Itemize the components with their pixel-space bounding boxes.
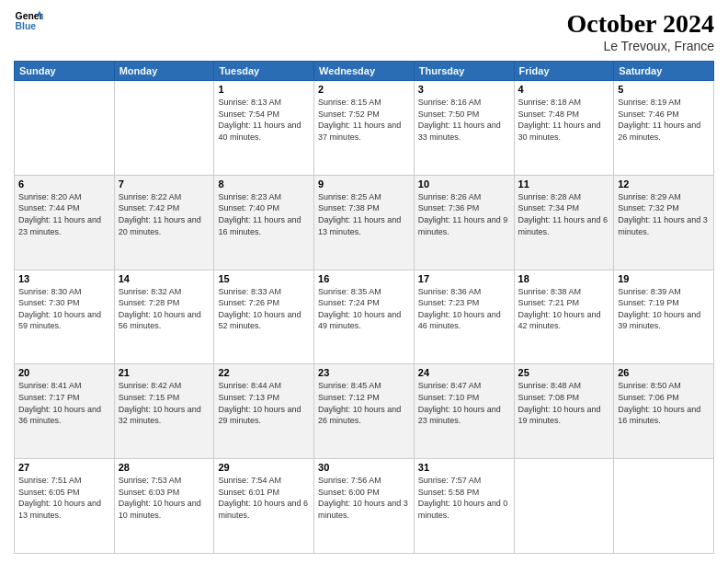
- day-number: 7: [119, 178, 210, 190]
- day-info: Sunrise: 8:13 AMSunset: 7:54 PMDaylight:…: [218, 98, 301, 142]
- day-info: Sunrise: 8:35 AMSunset: 7:24 PMDaylight:…: [318, 287, 401, 331]
- day-info: Sunrise: 8:48 AMSunset: 7:08 PMDaylight:…: [518, 381, 601, 425]
- day-info: Sunrise: 8:18 AMSunset: 7:48 PMDaylight:…: [518, 98, 601, 142]
- svg-marker-3: [40, 15, 43, 19]
- table-cell: 29 Sunrise: 7:54 AMSunset: 6:01 PMDaylig…: [214, 459, 314, 554]
- table-cell: 24 Sunrise: 8:47 AMSunset: 7:10 PMDaylig…: [414, 364, 514, 459]
- day-info: Sunrise: 8:20 AMSunset: 7:44 PMDaylight:…: [18, 192, 101, 236]
- col-monday: Monday: [114, 62, 214, 81]
- day-number: 18: [518, 273, 610, 284]
- day-number: 23: [318, 367, 410, 378]
- day-info: Sunrise: 8:44 AMSunset: 7:13 PMDaylight:…: [218, 381, 301, 425]
- day-info: Sunrise: 8:42 AMSunset: 7:15 PMDaylight:…: [119, 381, 201, 425]
- day-info: Sunrise: 8:33 AMSunset: 7:26 PMDaylight:…: [218, 287, 301, 331]
- day-number: 3: [418, 84, 510, 95]
- day-number: 29: [218, 462, 310, 473]
- day-number: 20: [18, 367, 110, 378]
- day-number: 6: [18, 178, 110, 190]
- day-number: 24: [418, 367, 510, 378]
- day-info: Sunrise: 8:32 AMSunset: 7:28 PMDaylight:…: [119, 287, 201, 331]
- day-info: Sunrise: 8:45 AMSunset: 7:12 PMDaylight:…: [318, 381, 401, 425]
- day-number: 16: [318, 273, 410, 284]
- day-number: 30: [318, 462, 410, 473]
- logo: General Blue: [14, 9, 43, 35]
- day-number: 10: [418, 178, 510, 190]
- week-row-5: 27 Sunrise: 7:51 AMSunset: 6:05 PMDaylig…: [15, 459, 714, 554]
- table-cell: 9 Sunrise: 8:25 AMSunset: 7:38 PMDayligh…: [314, 175, 415, 270]
- table-cell: 8 Sunrise: 8:23 AMSunset: 7:40 PMDayligh…: [214, 175, 314, 270]
- table-cell: 25 Sunrise: 8:48 AMSunset: 7:08 PMDaylig…: [514, 364, 614, 459]
- day-info: Sunrise: 8:36 AMSunset: 7:23 PMDaylight:…: [418, 287, 501, 331]
- table-cell: 22 Sunrise: 8:44 AMSunset: 7:13 PMDaylig…: [214, 364, 314, 459]
- week-row-3: 13 Sunrise: 8:30 AMSunset: 7:30 PMDaylig…: [15, 270, 714, 364]
- table-cell: 30 Sunrise: 7:56 AMSunset: 6:00 PMDaylig…: [314, 459, 415, 554]
- day-number: 2: [318, 84, 410, 95]
- day-number: 19: [618, 273, 710, 284]
- table-cell: 15 Sunrise: 8:33 AMSunset: 7:26 PMDaylig…: [214, 270, 314, 364]
- day-number: 12: [618, 178, 710, 190]
- calendar-table: Sunday Monday Tuesday Wednesday Thursday…: [14, 61, 714, 554]
- table-cell: 13 Sunrise: 8:30 AMSunset: 7:30 PMDaylig…: [15, 270, 115, 364]
- table-cell: 28 Sunrise: 7:53 AMSunset: 6:03 PMDaylig…: [114, 459, 214, 554]
- table-cell: [114, 81, 214, 176]
- table-cell: [514, 459, 614, 554]
- table-cell: 4 Sunrise: 8:18 AMSunset: 7:48 PMDayligh…: [514, 81, 614, 176]
- day-info: Sunrise: 8:25 AMSunset: 7:38 PMDaylight:…: [318, 192, 401, 236]
- table-cell: 27 Sunrise: 7:51 AMSunset: 6:05 PMDaylig…: [15, 459, 115, 554]
- day-info: Sunrise: 8:16 AMSunset: 7:50 PMDaylight:…: [418, 98, 501, 142]
- col-friday: Friday: [514, 62, 614, 81]
- table-cell: 20 Sunrise: 8:41 AMSunset: 7:17 PMDaylig…: [15, 364, 115, 459]
- table-cell: 23 Sunrise: 8:45 AMSunset: 7:12 PMDaylig…: [314, 364, 415, 459]
- day-number: 21: [119, 367, 210, 378]
- title-block: October 2024 Le Trevoux, France: [567, 9, 714, 53]
- table-cell: 6 Sunrise: 8:20 AMSunset: 7:44 PMDayligh…: [15, 175, 115, 270]
- day-info: Sunrise: 8:23 AMSunset: 7:40 PMDaylight:…: [218, 192, 301, 236]
- day-info: Sunrise: 8:47 AMSunset: 7:10 PMDaylight:…: [418, 381, 501, 425]
- table-cell: 16 Sunrise: 8:35 AMSunset: 7:24 PMDaylig…: [314, 270, 415, 364]
- day-number: 5: [618, 84, 710, 95]
- table-cell: 12 Sunrise: 8:29 AMSunset: 7:32 PMDaylig…: [614, 175, 714, 270]
- table-cell: 10 Sunrise: 8:26 AMSunset: 7:36 PMDaylig…: [414, 175, 514, 270]
- day-number: 8: [218, 178, 310, 190]
- day-info: Sunrise: 7:56 AMSunset: 6:00 PMDaylight:…: [318, 476, 408, 520]
- table-cell: 26 Sunrise: 8:50 AMSunset: 7:06 PMDaylig…: [614, 364, 714, 459]
- day-number: 17: [418, 273, 510, 284]
- table-cell: [15, 81, 115, 176]
- table-cell: 7 Sunrise: 8:22 AMSunset: 7:42 PMDayligh…: [114, 175, 214, 270]
- day-info: Sunrise: 8:26 AMSunset: 7:36 PMDaylight:…: [418, 192, 508, 236]
- day-number: 31: [418, 462, 510, 473]
- day-info: Sunrise: 8:38 AMSunset: 7:21 PMDaylight:…: [518, 287, 601, 331]
- page: General Blue October 2024 Le Trevoux, Fr…: [0, 0, 728, 563]
- col-tuesday: Tuesday: [214, 62, 314, 81]
- day-info: Sunrise: 8:29 AMSunset: 7:32 PMDaylight:…: [618, 192, 708, 236]
- day-info: Sunrise: 8:50 AMSunset: 7:06 PMDaylight:…: [618, 381, 700, 425]
- day-info: Sunrise: 8:22 AMSunset: 7:42 PMDaylight:…: [119, 192, 201, 236]
- day-info: Sunrise: 8:39 AMSunset: 7:19 PMDaylight:…: [618, 287, 700, 331]
- table-cell: 19 Sunrise: 8:39 AMSunset: 7:19 PMDaylig…: [614, 270, 714, 364]
- header-row: Sunday Monday Tuesday Wednesday Thursday…: [15, 62, 714, 81]
- day-number: 25: [518, 367, 610, 378]
- table-cell: 5 Sunrise: 8:19 AMSunset: 7:46 PMDayligh…: [614, 81, 714, 176]
- day-info: Sunrise: 8:41 AMSunset: 7:17 PMDaylight:…: [18, 381, 101, 425]
- day-info: Sunrise: 8:28 AMSunset: 7:34 PMDaylight:…: [518, 192, 609, 236]
- week-row-2: 6 Sunrise: 8:20 AMSunset: 7:44 PMDayligh…: [15, 175, 714, 270]
- table-cell: 31 Sunrise: 7:57 AMSunset: 5:58 PMDaylig…: [414, 459, 514, 554]
- day-number: 13: [18, 273, 110, 284]
- header: General Blue October 2024 Le Trevoux, Fr…: [14, 9, 714, 53]
- day-number: 28: [119, 462, 210, 473]
- day-number: 11: [518, 178, 610, 190]
- table-cell: 17 Sunrise: 8:36 AMSunset: 7:23 PMDaylig…: [414, 270, 514, 364]
- logo-icon: General Blue: [14, 9, 43, 35]
- day-info: Sunrise: 8:15 AMSunset: 7:52 PMDaylight:…: [318, 98, 401, 142]
- col-thursday: Thursday: [414, 62, 514, 81]
- col-saturday: Saturday: [614, 62, 714, 81]
- table-cell: 3 Sunrise: 8:16 AMSunset: 7:50 PMDayligh…: [414, 81, 514, 176]
- day-info: Sunrise: 7:54 AMSunset: 6:01 PMDaylight:…: [218, 476, 308, 520]
- page-subtitle: Le Trevoux, France: [567, 39, 714, 53]
- day-info: Sunrise: 8:30 AMSunset: 7:30 PMDaylight:…: [18, 287, 101, 331]
- table-cell: 1 Sunrise: 8:13 AMSunset: 7:54 PMDayligh…: [214, 81, 314, 176]
- table-cell: [614, 459, 714, 554]
- page-title: October 2024: [567, 9, 714, 39]
- week-row-4: 20 Sunrise: 8:41 AMSunset: 7:17 PMDaylig…: [15, 364, 714, 459]
- week-row-1: 1 Sunrise: 8:13 AMSunset: 7:54 PMDayligh…: [15, 81, 714, 176]
